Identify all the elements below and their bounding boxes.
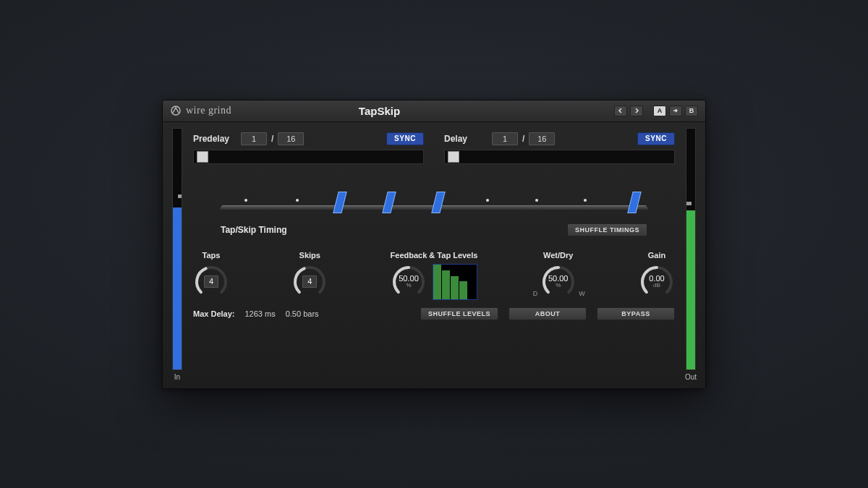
tap-levels-display[interactable] bbox=[433, 264, 477, 300]
output-meter-fill bbox=[686, 210, 695, 369]
skips-knob[interactable]: 4 bbox=[292, 264, 328, 300]
input-meter bbox=[172, 128, 182, 370]
input-meter-column: In bbox=[170, 128, 184, 381]
ab-slot-b[interactable]: B bbox=[685, 106, 698, 116]
tap-marker[interactable] bbox=[382, 192, 396, 213]
input-meter-fill bbox=[173, 207, 182, 369]
taps-value[interactable]: 4 bbox=[204, 275, 218, 287]
tap-level-bar[interactable] bbox=[459, 281, 468, 299]
logo-icon bbox=[170, 105, 182, 116]
wetdry-unit: % bbox=[556, 283, 561, 289]
knob-row: Taps 4 Skips 4 Feedback & Tap Levels bbox=[192, 251, 676, 300]
tap-marker[interactable] bbox=[333, 192, 346, 213]
skips-value[interactable]: 4 bbox=[302, 275, 317, 287]
wetdry-knob[interactable]: 50.00 % D W bbox=[540, 264, 576, 300]
gain-knob[interactable]: 0.00 dB bbox=[639, 264, 675, 300]
predelay-denominator[interactable]: 16 bbox=[278, 132, 304, 145]
titlebar: wire grind TapSkip A B bbox=[163, 100, 705, 122]
input-meter-peak bbox=[178, 194, 182, 198]
bottom-row: Max Delay: 1263 ms 0.50 bars SHUFFLE LEV… bbox=[192, 307, 676, 320]
tap-level-bar[interactable] bbox=[442, 270, 451, 299]
delay-slider-thumb[interactable] bbox=[448, 151, 459, 163]
skip-marker[interactable] bbox=[486, 199, 489, 202]
wetdry-label: Wet/Dry bbox=[543, 251, 573, 260]
feedback-knob[interactable]: 50.00 % bbox=[391, 264, 427, 300]
preset-prev-button[interactable] bbox=[614, 106, 627, 116]
skip-marker[interactable] bbox=[244, 199, 247, 202]
delay-label: Delay bbox=[444, 134, 488, 144]
feedback-unit: % bbox=[406, 283, 411, 289]
predelay-slider[interactable] bbox=[193, 150, 424, 164]
delay-sync-button[interactable]: SYNC bbox=[637, 132, 675, 145]
skips-label: Skips bbox=[299, 251, 320, 260]
about-button[interactable]: ABOUT bbox=[509, 307, 587, 320]
fraction-slash: / bbox=[522, 134, 524, 144]
fraction-slash: / bbox=[271, 134, 273, 144]
predelay-sync-button[interactable]: SYNC bbox=[386, 132, 424, 145]
ab-slot-a[interactable]: A bbox=[653, 106, 666, 116]
skips-knob-block: Skips 4 bbox=[292, 251, 328, 300]
brand-text: wire grind bbox=[186, 105, 231, 116]
output-meter-label: Out bbox=[685, 373, 697, 381]
wetdry-knob-block: Wet/Dry 50.00 % D W bbox=[540, 251, 576, 300]
skip-marker[interactable] bbox=[584, 199, 587, 202]
maxdelay-bars: 0.50 bars bbox=[286, 309, 319, 318]
skip-marker[interactable] bbox=[535, 199, 538, 202]
delay-block: Delay 1 / 16 SYNC bbox=[444, 132, 675, 164]
output-meter-peak bbox=[686, 202, 692, 205]
timing-label: Tap/Skip Timing bbox=[221, 225, 287, 235]
feedback-label: Feedback & Tap Levels bbox=[391, 251, 478, 260]
predelay-numerator[interactable]: 1 bbox=[241, 132, 267, 145]
maxdelay-ms: 1263 ms bbox=[244, 309, 275, 318]
input-meter-label: In bbox=[174, 373, 180, 381]
plugin-body: In Predelay 1 / 16 SYNC bbox=[163, 122, 705, 388]
taps-label: Taps bbox=[203, 251, 221, 260]
ab-copy-button[interactable] bbox=[669, 106, 682, 116]
plugin-title: TapSkip bbox=[237, 105, 522, 117]
delay-denominator[interactable]: 16 bbox=[529, 132, 555, 145]
center-panel: Predelay 1 / 16 SYNC Delay 1 / bbox=[192, 128, 676, 381]
preset-next-button[interactable] bbox=[630, 106, 643, 116]
wet-indicator: W bbox=[579, 290, 585, 297]
output-meter bbox=[686, 128, 696, 370]
feedback-block: Feedback & Tap Levels 50.00 % bbox=[391, 251, 478, 300]
gain-knob-block: Gain 0.00 dB bbox=[639, 251, 675, 300]
predelay-block: Predelay 1 / 16 SYNC bbox=[193, 132, 424, 164]
maxdelay-label: Max Delay: bbox=[193, 309, 234, 318]
brand-logo: wire grind bbox=[170, 105, 231, 116]
taps-knob[interactable]: 4 bbox=[193, 264, 229, 300]
titlebar-nav: A B bbox=[614, 106, 698, 116]
plugin-window: wire grind TapSkip A B In bbox=[162, 100, 706, 389]
taps-knob-block: Taps 4 bbox=[193, 251, 229, 300]
shuffle-levels-button[interactable]: SHUFFLE LEVELS bbox=[420, 307, 498, 320]
delay-numerator[interactable]: 1 bbox=[492, 132, 518, 145]
bypass-button[interactable]: BYPASS bbox=[597, 307, 675, 320]
predelay-label: Predelay bbox=[193, 134, 237, 144]
output-meter-column: Out bbox=[684, 128, 698, 381]
gain-unit: dB bbox=[653, 283, 660, 289]
tap-level-bar[interactable] bbox=[433, 265, 442, 299]
gain-label: Gain bbox=[648, 251, 665, 260]
skip-marker[interactable] bbox=[296, 199, 299, 202]
tap-marker[interactable] bbox=[628, 192, 642, 213]
delay-slider[interactable] bbox=[444, 150, 675, 164]
timing-visualization: Tap/Skip Timing SHUFFLE TIMINGS bbox=[192, 181, 676, 236]
shuffle-timings-button[interactable]: SHUFFLE TIMINGS bbox=[567, 223, 647, 236]
predelay-slider-thumb[interactable] bbox=[197, 151, 208, 163]
tap-marker[interactable] bbox=[431, 192, 445, 213]
delay-controls-row: Predelay 1 / 16 SYNC Delay 1 / bbox=[192, 128, 676, 164]
tap-level-bar[interactable] bbox=[451, 276, 459, 299]
dry-indicator: D bbox=[533, 290, 538, 297]
